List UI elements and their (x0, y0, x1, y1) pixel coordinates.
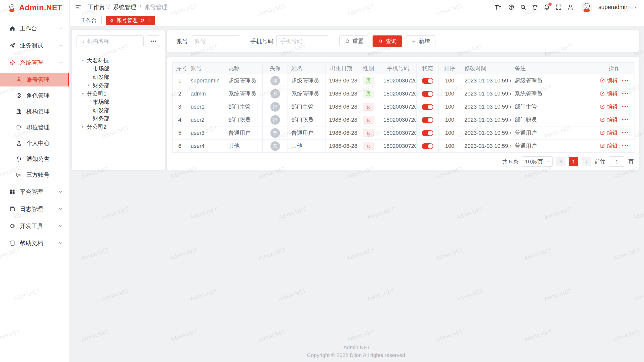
tab-account-management[interactable]: 账号管理 (106, 16, 155, 25)
close-icon[interactable] (147, 18, 151, 23)
user-avatar[interactable] (581, 1, 592, 13)
tree-node[interactable]: 市场部 (72, 65, 165, 73)
cell-phone: 18020030720 (380, 74, 417, 87)
reset-button[interactable]: 重置 (339, 35, 369, 47)
sidebar-item-platform-management[interactable]: 平台管理 (0, 185, 69, 199)
sidebar-item-help-docs[interactable]: 帮助文档 (0, 236, 69, 250)
profile-icon[interactable] (567, 4, 574, 11)
row-more-button[interactable] (622, 105, 628, 108)
sidebar-item-position-management[interactable]: 职位管理 (0, 120, 69, 134)
sidebar-item-personal-center[interactable]: 个人中心 (0, 136, 69, 150)
org-search-input[interactable] (87, 38, 140, 44)
status-toggle[interactable] (422, 78, 433, 84)
sidebar-item-third-party-account[interactable]: 三方账号 (0, 168, 69, 182)
sidebar-item-label: 职位管理 (26, 123, 50, 131)
edit-button[interactable]: 编辑 (600, 90, 618, 97)
org-more-button[interactable]: ••• (147, 35, 160, 47)
chevron-down-icon (58, 43, 63, 48)
notification-button[interactable] (543, 4, 550, 11)
account-filter-input[interactable] (191, 35, 240, 47)
row-more-button[interactable] (622, 144, 628, 147)
tree-node[interactable]: 市场部 (72, 98, 165, 106)
edit-button[interactable]: 编辑 (600, 116, 618, 123)
app-logo[interactable]: Admin.NET (0, 0, 69, 16)
chevron-down-icon[interactable] (634, 5, 638, 9)
tree-node[interactable]: 财务部 (72, 81, 165, 89)
cell-modified: 2023-01-03 10:59:44 (461, 126, 511, 140)
next-page-button[interactable] (582, 157, 591, 166)
tab-workbench[interactable]: 工作台 (76, 16, 102, 25)
caret-down-icon[interactable] (81, 92, 85, 96)
table-row: 1superadmin超级管理员超超级管理员1986-06-28男1802003… (173, 74, 634, 87)
caret-placeholder (87, 116, 91, 121)
sidebar-item-notice-announcement[interactable]: 通知公告 (0, 152, 69, 166)
edit-button[interactable]: 编辑 (600, 77, 618, 84)
caret-right-icon[interactable] (87, 83, 91, 87)
sidebar-item-log-management[interactable]: 日志管理 (0, 202, 69, 216)
status-toggle[interactable] (422, 117, 433, 123)
refresh-icon[interactable] (140, 18, 144, 23)
goto-page-input[interactable] (609, 156, 625, 167)
cell-account: admin (187, 87, 225, 100)
sidebar-item-label: 账号管理 (26, 76, 50, 84)
breadcrumb-item[interactable]: 工作台 (88, 3, 105, 11)
sidebar-item-dev-tools[interactable]: 开发工具 (0, 219, 69, 233)
row-more-button[interactable] (622, 118, 628, 121)
caret-down-icon[interactable] (81, 58, 85, 63)
tree-node-label: 分公司2 (87, 123, 106, 131)
status-toggle[interactable] (422, 91, 433, 97)
row-more-button[interactable] (622, 92, 628, 95)
caret-right-icon[interactable] (81, 125, 85, 129)
username[interactable]: superadmin (598, 4, 629, 11)
cell-modified: 2023-01-03 10:59:44 (461, 113, 511, 126)
sidebar-item-label: 三方账号 (26, 171, 50, 179)
avatar: 系 (270, 89, 280, 99)
edit-button[interactable]: 编辑 (600, 142, 618, 149)
edit-button[interactable]: 编辑 (600, 129, 618, 136)
table-row: 5user3普通用户普普通用户1986-06-28女18020030720100… (173, 126, 634, 140)
edit-button[interactable]: 编辑 (600, 103, 618, 110)
column-header: 状态 (417, 63, 439, 74)
fullscreen-icon[interactable] (555, 4, 562, 11)
search-button[interactable]: 查询 (373, 35, 402, 47)
chevron-up-icon (58, 60, 63, 65)
tree-node[interactable]: 财务部 (72, 114, 165, 123)
sidebar-item-account-management[interactable]: 账号管理 (0, 73, 69, 86)
tree-node[interactable]: 大名科技 (72, 56, 165, 65)
tree-node-label: 财务部 (93, 115, 109, 122)
sidebar-item-role-management[interactable]: 角色管理 (0, 89, 69, 102)
font-size-icon[interactable]: TT (493, 4, 503, 11)
prev-page-button[interactable] (556, 157, 566, 166)
status-toggle[interactable] (422, 130, 433, 136)
search-icon[interactable] (520, 4, 527, 11)
language-icon[interactable] (508, 4, 515, 11)
phone-filter-input[interactable] (276, 35, 329, 47)
row-more-button[interactable] (622, 131, 628, 134)
theme-icon[interactable] (532, 4, 538, 11)
sidebar-item-business-test[interactable]: 业务测试 (0, 39, 69, 52)
page-1-button[interactable]: 1 (569, 157, 578, 166)
add-button[interactable]: 新增 (406, 35, 435, 47)
active-dot-icon (110, 18, 114, 23)
column-header: 手机号码 (380, 63, 417, 74)
status-toggle[interactable] (422, 143, 433, 149)
cell-modified: 2023-01-03 10:59:44 (461, 140, 511, 153)
page-size-select[interactable]: 10条/页 (522, 156, 553, 167)
status-toggle[interactable] (422, 104, 433, 110)
gender-tag: 女 (363, 103, 374, 111)
tree-node[interactable]: 研发部 (72, 106, 165, 114)
tree-node[interactable]: 研发部 (72, 73, 165, 81)
avatar: 普 (270, 128, 280, 138)
row-more-button[interactable] (622, 79, 628, 82)
edit-icon (600, 104, 605, 109)
tree-node[interactable]: 分公司1 (72, 89, 165, 98)
table-panel: 序号账号昵称头像姓名出生日期性别手机号码状态排序修改时间备注操作1superad… (167, 57, 639, 170)
cell-account: user1 (187, 100, 225, 113)
sidebar-item-label: 平台管理 (20, 188, 43, 196)
sidebar-item-workbench[interactable]: 工作台 (0, 22, 69, 35)
collapse-menu-icon[interactable] (75, 4, 82, 11)
sidebar-item-system-management[interactable]: 系统管理 (0, 56, 69, 69)
tree-node[interactable]: 分公司2 (72, 123, 165, 131)
breadcrumb-item[interactable]: 系统管理 (113, 3, 136, 11)
sidebar-item-org-management[interactable]: 机构管理 (0, 105, 69, 118)
